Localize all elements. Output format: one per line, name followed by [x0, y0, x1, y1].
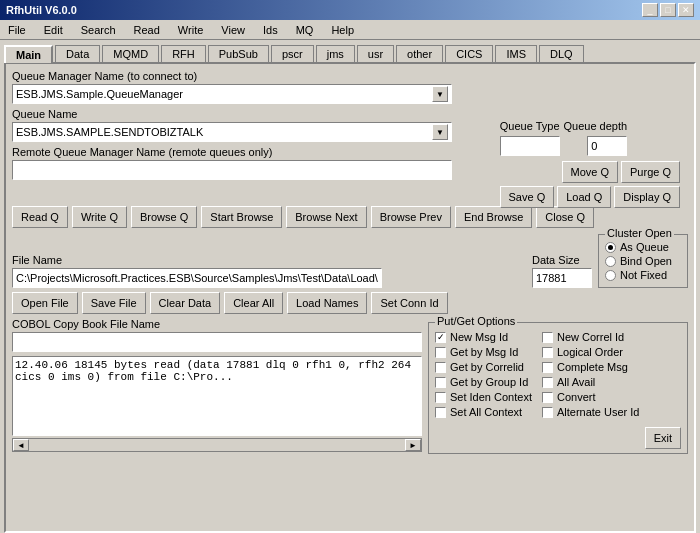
get-by-msg-id-label: Get by Msg Id [450, 346, 518, 358]
save-q-button[interactable]: Save Q [500, 186, 555, 208]
menu-search[interactable]: Search [77, 23, 120, 37]
queue-name-arrow[interactable]: ▼ [432, 124, 448, 140]
cluster-bind-open[interactable]: Bind Open [605, 255, 679, 267]
alternate-user-row[interactable]: Alternate User Id [542, 406, 640, 418]
read-q-button[interactable]: Read Q [12, 206, 68, 228]
queue-manager-arrow[interactable]: ▼ [432, 86, 448, 102]
tab-usr[interactable]: usr [357, 45, 394, 63]
all-avail-label: All Avail [557, 376, 595, 388]
queue-name-value: ESB.JMS.SAMPLE.SENDTOBIZTALK [16, 126, 432, 138]
queue-name-combo[interactable]: ESB.JMS.SAMPLE.SENDTOBIZTALK ▼ [12, 122, 452, 142]
get-by-group-id-row[interactable]: Get by Group Id [435, 376, 532, 388]
display-q-button[interactable]: Display Q [614, 186, 680, 208]
set-conn-id-button[interactable]: Set Conn Id [371, 292, 447, 314]
get-by-msg-id-row[interactable]: Get by Msg Id [435, 346, 532, 358]
all-avail-checkbox[interactable] [542, 377, 553, 388]
new-correl-id-checkbox[interactable] [542, 332, 553, 343]
radio-bind-open-label: Bind Open [620, 255, 672, 267]
log-scrollbar[interactable]: ◄ ► [12, 438, 422, 452]
set-all-context-checkbox[interactable] [435, 407, 446, 418]
menu-edit[interactable]: Edit [40, 23, 67, 37]
queue-manager-combo[interactable]: ESB.JMS.Sample.QueueManager ▼ [12, 84, 452, 104]
complete-msg-row[interactable]: Complete Msg [542, 361, 640, 373]
queue-depth-input[interactable] [587, 136, 627, 156]
file-name-input[interactable] [12, 268, 382, 288]
close-button[interactable]: ✕ [678, 3, 694, 17]
cluster-not-fixed[interactable]: Not Fixed [605, 269, 679, 281]
open-file-button[interactable]: Open File [12, 292, 78, 314]
tab-mqmd[interactable]: MQMD [102, 45, 159, 63]
cluster-as-queue[interactable]: As Queue [605, 241, 679, 253]
menu-ids[interactable]: Ids [259, 23, 282, 37]
window-controls: _ □ ✕ [642, 3, 694, 17]
get-by-group-id-label: Get by Group Id [450, 376, 528, 388]
clear-data-button[interactable]: Clear Data [150, 292, 221, 314]
put-get-col1: New Msg Id Get by Msg Id Get by Correlid [435, 331, 532, 421]
menu-read[interactable]: Read [130, 23, 164, 37]
alternate-user-checkbox[interactable] [542, 407, 553, 418]
tab-other[interactable]: other [396, 45, 443, 63]
move-q-button[interactable]: Move Q [562, 161, 619, 183]
new-msg-id-label: New Msg Id [450, 331, 508, 343]
minimize-button[interactable]: _ [642, 3, 658, 17]
menu-write[interactable]: Write [174, 23, 207, 37]
convert-row[interactable]: Convert [542, 391, 640, 403]
browse-next-button[interactable]: Browse Next [286, 206, 366, 228]
save-file-button[interactable]: Save File [82, 292, 146, 314]
get-by-correlid-checkbox[interactable] [435, 362, 446, 373]
set-iden-context-checkbox[interactable] [435, 392, 446, 403]
menu-help[interactable]: Help [327, 23, 358, 37]
get-by-group-id-checkbox[interactable] [435, 377, 446, 388]
browse-q-button[interactable]: Browse Q [131, 206, 197, 228]
tab-main[interactable]: Main [4, 45, 53, 63]
load-names-button[interactable]: Load Names [287, 292, 367, 314]
log-textarea[interactable]: 12.40.06 18145 bytes read (data 17881 dl… [12, 356, 422, 436]
data-size-input[interactable] [532, 268, 592, 288]
tab-dlq[interactable]: DLQ [539, 45, 584, 63]
all-avail-row[interactable]: All Avail [542, 376, 640, 388]
set-iden-context-label: Set Iden Context [450, 391, 532, 403]
clear-all-button[interactable]: Clear All [224, 292, 283, 314]
menu-view[interactable]: View [217, 23, 249, 37]
maximize-button[interactable]: □ [660, 3, 676, 17]
put-get-col2: New Correl Id Logical Order Complete Msg [542, 331, 640, 421]
tab-cics[interactable]: CICS [445, 45, 493, 63]
queue-type-input[interactable] [500, 136, 560, 156]
logical-order-row[interactable]: Logical Order [542, 346, 640, 358]
tab-ims[interactable]: IMS [495, 45, 537, 63]
tab-jms[interactable]: jms [316, 45, 355, 63]
radio-bind-open[interactable] [605, 256, 616, 267]
radio-not-fixed[interactable] [605, 270, 616, 281]
main-window: Main Data MQMD RFH PubSub pscr jms usr o… [0, 40, 700, 533]
new-msg-id-checkbox[interactable] [435, 332, 446, 343]
queue-name-label: Queue Name [12, 108, 688, 120]
set-all-context-row[interactable]: Set All Context [435, 406, 532, 418]
new-correl-id-label: New Correl Id [557, 331, 624, 343]
cobol-input[interactable] [12, 332, 422, 352]
end-browse-button[interactable]: End Browse [455, 206, 532, 228]
tab-data[interactable]: Data [55, 45, 100, 63]
new-msg-id-row[interactable]: New Msg Id [435, 331, 532, 343]
close-q-button[interactable]: Close Q [536, 206, 594, 228]
load-q-button[interactable]: Load Q [557, 186, 611, 208]
remote-queue-input[interactable] [12, 160, 452, 180]
browse-prev-button[interactable]: Browse Prev [371, 206, 451, 228]
new-correl-id-row[interactable]: New Correl Id [542, 331, 640, 343]
get-by-correlid-row[interactable]: Get by Correlid [435, 361, 532, 373]
cobol-label: COBOL Copy Book File Name [12, 318, 422, 330]
menu-file[interactable]: File [4, 23, 30, 37]
complete-msg-checkbox[interactable] [542, 362, 553, 373]
logical-order-checkbox[interactable] [542, 347, 553, 358]
set-iden-context-row[interactable]: Set Iden Context [435, 391, 532, 403]
get-by-msg-id-checkbox[interactable] [435, 347, 446, 358]
tab-pubsub[interactable]: PubSub [208, 45, 269, 63]
tab-rfh[interactable]: RFH [161, 45, 206, 63]
start-browse-button[interactable]: Start Browse [201, 206, 282, 228]
purge-q-button[interactable]: Purge Q [621, 161, 680, 183]
exit-button[interactable]: Exit [645, 427, 681, 449]
menu-mq[interactable]: MQ [292, 23, 318, 37]
convert-checkbox[interactable] [542, 392, 553, 403]
write-q-button[interactable]: Write Q [72, 206, 127, 228]
radio-as-queue[interactable] [605, 242, 616, 253]
tab-pscr[interactable]: pscr [271, 45, 314, 63]
